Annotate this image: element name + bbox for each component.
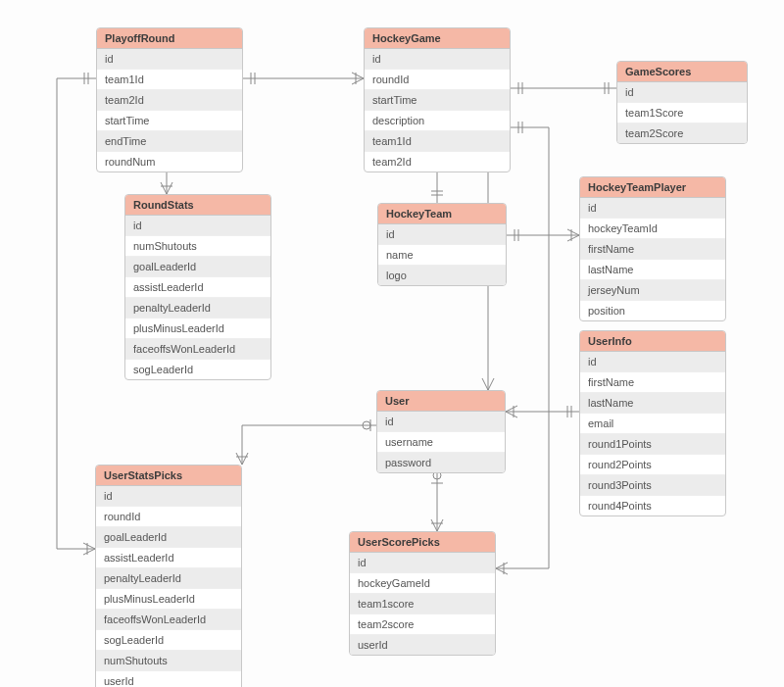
entity-field: numShutouts <box>125 236 270 257</box>
entity-field: round2Points <box>580 455 725 475</box>
entity-field: round1Points <box>580 434 725 455</box>
entity-title: HockeyTeam <box>378 204 506 224</box>
entity-field: numShutouts <box>96 651 241 671</box>
entity-title: User <box>377 391 505 412</box>
entity-field: endTime <box>97 131 242 152</box>
entity-field: plusMinusLeaderId <box>96 589 241 610</box>
entity-field: id <box>378 224 506 245</box>
entity-field: userId <box>350 635 495 655</box>
entity-field: lastName <box>580 393 725 414</box>
entity-userstatspicks: UserStatsPicksidroundIdgoalLeaderIdassis… <box>95 465 242 687</box>
entity-field: id <box>365 49 510 70</box>
entity-hockeyteamplayer: HockeyTeamPlayeridhockeyTeamIdfirstNamel… <box>579 176 726 321</box>
entity-title: GameScores <box>617 62 747 82</box>
entity-field: firstName <box>580 239 725 260</box>
entity-field: id <box>96 486 241 507</box>
entity-user: Useridusernamepassword <box>376 390 506 473</box>
entity-field: logo <box>378 266 506 285</box>
entity-field: penaltyLeaderId <box>96 568 241 589</box>
entity-field: position <box>580 301 725 320</box>
entity-field: jerseyNum <box>580 280 725 301</box>
entity-field: hockeyTeamId <box>580 219 725 239</box>
entity-field: id <box>125 216 270 236</box>
entity-hockeyteam: HockeyTeamidnamelogo <box>377 203 507 286</box>
entity-field: team2Id <box>97 90 242 111</box>
entity-field: sogLeaderId <box>125 360 270 379</box>
entity-field: name <box>378 245 506 266</box>
entity-field: roundNum <box>97 152 242 172</box>
entity-field: roundId <box>96 507 241 527</box>
entity-field: sogLeaderId <box>96 630 241 651</box>
svg-point-22 <box>363 421 370 429</box>
entity-field: password <box>377 453 505 472</box>
entity-title: PlayoffRound <box>97 28 242 49</box>
entity-field: startTime <box>365 90 510 111</box>
entity-field: team2score <box>350 614 495 635</box>
entity-field: round4Points <box>580 496 725 515</box>
entity-field: userId <box>96 671 241 687</box>
entity-hockeygame: HockeyGameidroundIdstartTimedescriptiont… <box>364 27 511 172</box>
entity-field: id <box>580 198 725 219</box>
entity-roundstats: RoundStatsidnumShutoutsgoalLeaderIdassis… <box>124 194 271 380</box>
entity-field: goalLeaderId <box>96 527 241 548</box>
entity-field: username <box>377 432 505 453</box>
entity-field: lastName <box>580 260 725 280</box>
entity-userinfo: UserInfoidfirstNamelastNameemailround1Po… <box>579 330 726 516</box>
entity-field: team1score <box>350 594 495 614</box>
entity-field: assistLeaderId <box>125 277 270 298</box>
entity-field: team2Id <box>365 152 510 172</box>
entity-playoffround: PlayoffRoundidteam1Idteam2IdstartTimeend… <box>96 27 243 172</box>
entity-field: description <box>365 111 510 131</box>
entity-title: RoundStats <box>125 195 270 216</box>
entity-field: team1Score <box>617 103 747 123</box>
entity-field: team1Id <box>365 131 510 152</box>
entity-title: HockeyGame <box>365 28 510 49</box>
entity-field: faceoffsWonLeaderId <box>125 339 270 360</box>
entity-field: team1Id <box>97 70 242 90</box>
entity-field: id <box>377 412 505 432</box>
entity-field: id <box>617 82 747 103</box>
entity-field: id <box>350 553 495 573</box>
entity-field: firstName <box>580 372 725 393</box>
entity-field: assistLeaderId <box>96 548 241 568</box>
entity-title: UserStatsPicks <box>96 466 241 486</box>
entity-field: plusMinusLeaderId <box>125 319 270 339</box>
entity-field: goalLeaderId <box>125 257 270 277</box>
entity-gamescores: GameScoresidteam1Scoreteam2Score <box>616 61 748 144</box>
entity-field: team2Score <box>617 123 747 143</box>
entity-field: startTime <box>97 111 242 131</box>
entity-field: id <box>580 352 725 372</box>
entity-field: hockeyGameId <box>350 573 495 594</box>
entity-field: penaltyLeaderId <box>125 298 270 319</box>
entity-title: UserInfo <box>580 331 725 352</box>
entity-title: UserScorePicks <box>350 532 495 553</box>
entity-field: round3Points <box>580 475 725 496</box>
entity-userscorepicks: UserScorePicksidhockeyGameIdteam1scorete… <box>349 531 496 656</box>
entity-title: HockeyTeamPlayer <box>580 177 725 198</box>
entity-field: email <box>580 414 725 434</box>
entity-field: faceoffsWonLeaderId <box>96 610 241 630</box>
entity-field: id <box>97 49 242 70</box>
entity-field: roundId <box>365 70 510 90</box>
